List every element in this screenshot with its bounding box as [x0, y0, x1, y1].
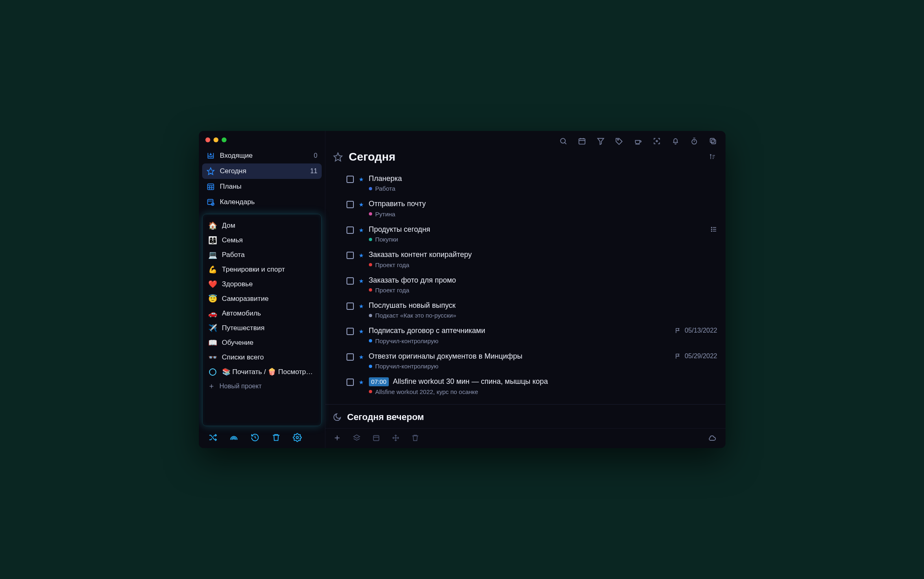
project-item[interactable]: 🏠Дом [203, 218, 321, 233]
star-filled-icon: ★ [359, 252, 364, 259]
settings-icon[interactable] [292, 433, 302, 442]
move-icon[interactable] [391, 433, 400, 442]
sidebar-item-label: Входящие [220, 152, 253, 160]
task-row[interactable]: ★ПланеркаРабота [346, 171, 717, 196]
shuffle-icon[interactable] [208, 433, 218, 442]
star-icon [206, 167, 215, 176]
task-row[interactable]: ★Подписать договор с аптечникамиПоручил-… [346, 323, 717, 348]
project-item[interactable]: ❤️Здоровье [203, 277, 321, 292]
project-item[interactable]: 💪Тренировки и спорт [203, 262, 321, 277]
svg-point-37 [711, 229, 712, 230]
task-time-badge: 07:00 [369, 377, 389, 386]
task-checkbox[interactable] [346, 277, 354, 285]
task-row[interactable]: ★Послушать новый выпускПодкаст «Как это … [346, 298, 717, 323]
star-filled-icon: ★ [359, 354, 364, 360]
task-checkbox[interactable] [346, 226, 354, 234]
svg-point-38 [711, 231, 712, 232]
task-project-label: Поручил-контролирую [369, 337, 670, 344]
svg-point-11 [296, 436, 299, 439]
task-checkbox[interactable] [346, 252, 354, 259]
sidebar-footer [199, 429, 325, 448]
subtasks-icon[interactable] [710, 226, 717, 233]
evening-section-header: Сегодня вечером [325, 405, 726, 428]
task-project-label: Покупки [369, 236, 705, 243]
history-icon[interactable] [250, 433, 260, 442]
project-label: Здоровье [222, 280, 253, 288]
task-project-name: Работа [375, 185, 396, 192]
stopwatch-icon[interactable] [690, 137, 699, 146]
new-project-button[interactable]: Новый проект [203, 379, 321, 394]
tag-icon[interactable] [615, 137, 624, 146]
task-project-label: Проект года [369, 287, 717, 294]
svg-rect-14 [579, 139, 585, 144]
sidebar-item-calendar[interactable]: Календарь [202, 194, 322, 210]
trash-icon[interactable] [271, 433, 281, 442]
fullscreen-window-button[interactable] [222, 137, 227, 142]
sidebar-item-label: Сегодня [220, 167, 246, 175]
task-project-name: Покупки [375, 236, 398, 243]
layers-icon[interactable] [352, 433, 361, 442]
new-project-label: Новый проект [220, 383, 262, 390]
task-checkbox[interactable] [346, 303, 354, 310]
task-checkbox[interactable] [346, 328, 354, 335]
close-window-button[interactable] [205, 137, 210, 142]
filter-icon[interactable] [596, 137, 605, 146]
schedule-icon[interactable] [372, 433, 381, 442]
task-row[interactable]: ★Отвезти оригиналы документов в Минцифры… [346, 348, 717, 374]
project-item[interactable]: 👓Списки всего [203, 350, 321, 365]
project-item[interactable]: ✈️Путешествия [203, 321, 321, 335]
task-checkbox[interactable] [346, 176, 354, 183]
project-color-dot [369, 263, 372, 266]
task-row[interactable]: ★Отправить почтуРутина [346, 196, 717, 221]
task-list: ★ПланеркаРабота★Отправить почтуРутина★Пр… [325, 169, 726, 399]
delete-icon[interactable] [411, 433, 420, 442]
task-body: Заказать фото для промоПроект года [369, 276, 717, 294]
task-checkbox[interactable] [346, 379, 354, 386]
svg-rect-26 [710, 138, 714, 142]
sidebar-item-today[interactable]: Сегодня 11 [202, 163, 322, 179]
task-deadline: 05/29/2022 [675, 353, 717, 360]
task-project-name: Рутина [375, 211, 395, 218]
cloud-sync-icon[interactable] [708, 433, 717, 442]
task-row[interactable]: ★07:00Allsfine workout 30 мин — спина, м… [346, 374, 717, 399]
bell-icon[interactable] [671, 137, 680, 146]
sidebar-item-count: 0 [314, 152, 318, 159]
svg-point-19 [617, 139, 619, 140]
minimize-window-button[interactable] [214, 137, 218, 142]
project-emoji-icon: 🏠 [208, 221, 217, 230]
add-task-button[interactable] [333, 433, 342, 442]
sort-toggle-icon[interactable] [708, 153, 717, 161]
task-row[interactable]: ★Заказать фото для промоПроект года [346, 272, 717, 298]
svg-marker-27 [334, 153, 342, 161]
project-label: Списки всего [222, 353, 264, 361]
project-item[interactable]: 🚗Автомобиль [203, 306, 321, 321]
project-emoji-icon: 👩‍👩‍👦 [208, 236, 217, 245]
project-item[interactable]: 📖Обучение [203, 335, 321, 350]
task-row[interactable]: ★Заказать контент копирайтеруПроект года [346, 247, 717, 272]
sidebar-item-inbox[interactable]: Входящие 0 [202, 148, 322, 163]
project-item[interactable]: 💻Работа [203, 248, 321, 262]
project-item[interactable]: 👩‍👩‍👦Семья [203, 233, 321, 248]
project-label: Тренировки и спорт [222, 266, 285, 274]
sidebar-item-plans[interactable]: Планы [202, 179, 322, 194]
svg-rect-6 [207, 199, 213, 205]
task-project-label: Подкаст «Как это по-русски» [369, 312, 717, 319]
star-outline-icon[interactable] [333, 152, 343, 162]
search-icon[interactable] [559, 137, 568, 146]
project-label: Обучение [222, 339, 254, 347]
calendar-icon[interactable] [578, 137, 586, 146]
task-checkbox[interactable] [346, 353, 354, 361]
project-item[interactable]: 😇Саморазвитие [203, 292, 321, 306]
project-item[interactable]: 📚 Почитать / 🍿 Посмотреть [203, 365, 321, 379]
task-checkbox[interactable] [346, 201, 354, 208]
task-row[interactable]: ★Продукты сегодняПокупки [346, 222, 717, 247]
rainbow-icon[interactable] [229, 433, 239, 442]
project-emoji-icon: 💪 [208, 265, 217, 274]
task-project-label: Allsfine workout 2022, курс по осанке [369, 388, 717, 395]
task-body: ПланеркаРабота [369, 174, 717, 192]
project-color-dot [369, 238, 372, 241]
focus-square-icon[interactable] [652, 137, 661, 146]
task-body: Отвезти оригиналы документов в МинцифрыП… [369, 352, 670, 370]
duplicate-icon[interactable] [708, 137, 717, 146]
coffee-icon[interactable] [634, 137, 643, 146]
